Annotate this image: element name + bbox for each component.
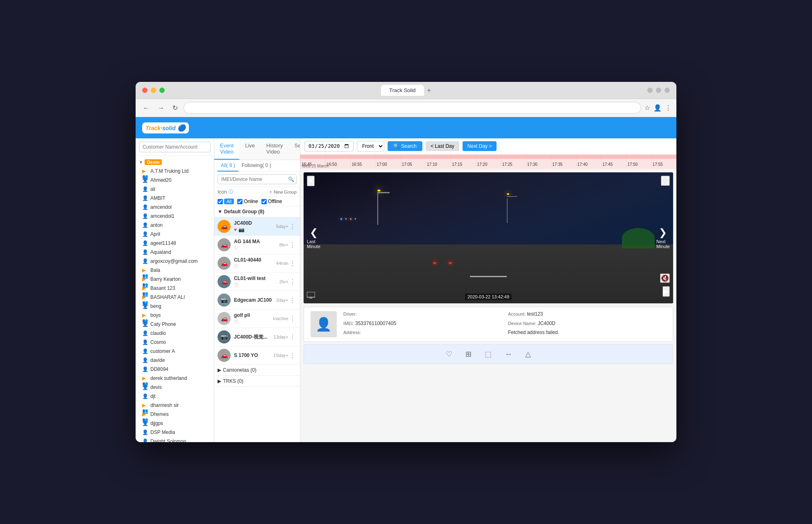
- account-name: DSP Media: [150, 429, 175, 435]
- account-item-argox[interactable]: 👤 argoxcoy@gmail.com: [136, 257, 214, 266]
- account-item-dhemes[interactable]: ▶ 👥 Dhemes: [136, 410, 214, 419]
- device-more-jc400d[interactable]: ⋮: [288, 222, 297, 231]
- account-item-barry[interactable]: ▶ 👥 Barry Kearton: [136, 275, 214, 284]
- next-day-button[interactable]: Next Day >: [463, 141, 497, 151]
- all-checkbox[interactable]: [218, 199, 223, 204]
- close-button[interactable]: [142, 88, 147, 93]
- account-item-boys[interactable]: ▶ 👥 boys: [136, 311, 214, 320]
- video-next-button[interactable]: ❯ NextMinute: [656, 227, 670, 249]
- account-item-cosmo[interactable]: 👤 Cosmo: [136, 338, 214, 347]
- device-item-cl01willtest[interactable]: 🚗 CL01-will test ♡ 2hr+ ⋮: [214, 273, 300, 291]
- account-item-anton[interactable]: 👤 anton: [136, 221, 214, 230]
- device-more-s1700yo[interactable]: ⋮: [288, 351, 297, 360]
- device-item-jc400d[interactable]: 🚗 JC400D ♥ 📷 5day+ ⋮: [214, 217, 300, 236]
- online-checkbox[interactable]: [237, 199, 243, 204]
- account-item-beng[interactable]: 👤 beng: [136, 302, 214, 311]
- account-item-customera[interactable]: 👤 customer A: [136, 347, 214, 356]
- play-button[interactable]: ▶: [662, 286, 670, 297]
- account-item-basant[interactable]: ▶ 👥 Basant 123: [136, 284, 214, 293]
- tab-event-video[interactable]: Event Video: [214, 138, 239, 160]
- menu-button[interactable]: ⋮: [665, 104, 671, 112]
- account-item-bala[interactable]: ▶ 👥 Bala: [136, 266, 214, 275]
- account-item-aqualand[interactable]: 👤 Aqualand: [136, 248, 214, 257]
- demo-group-header[interactable]: ▼ Demo: [136, 158, 214, 167]
- device-search-input[interactable]: [218, 174, 297, 184]
- account-item-davide[interactable]: 👤 davide: [136, 356, 214, 365]
- device-item-s1700yo[interactable]: 🚗 S 1700 YO 15day+ ⋮: [214, 346, 300, 365]
- device-group-default[interactable]: ▼ Default Group (8): [214, 206, 300, 217]
- device-more-cl01willtest[interactable]: ⋮: [288, 277, 297, 287]
- timeline-ruler[interactable]: 16:45 16:50 16:55 17:00 17:05 17:10 17:1…: [300, 154, 676, 169]
- account-item-aqeel[interactable]: 👤 ageel11148: [136, 239, 214, 248]
- tab-history-video[interactable]: History Video: [261, 138, 288, 160]
- profile-button[interactable]: 👤: [653, 104, 662, 112]
- device-more-golfpli[interactable]: ⋮: [288, 314, 297, 323]
- person-icon: 👤: [142, 420, 148, 426]
- device-item-jc400d-visual[interactable]: 📷 JC400D-视觉... 13day+ ⋮: [214, 328, 300, 346]
- star-button[interactable]: ☆: [644, 104, 650, 112]
- tab-live[interactable]: Live: [239, 138, 261, 160]
- maximize-button[interactable]: [159, 88, 165, 93]
- back-button[interactable]: ←: [141, 103, 152, 113]
- sub-group-camionetas[interactable]: ▶ Camionetas (0): [214, 365, 300, 376]
- tab-settings[interactable]: Settings: [289, 138, 300, 160]
- account-item-dd8094[interactable]: 👤 DD8094: [136, 365, 214, 374]
- device-item-golfpli[interactable]: 🚗 golf pli ♡ Inactive ⋮: [214, 309, 300, 328]
- offline-checkbox[interactable]: [261, 199, 267, 204]
- last-day-button[interactable]: < Last Day: [426, 141, 459, 151]
- account-item-caty[interactable]: 👤 Caty Phone: [136, 320, 214, 329]
- device-more-edgecam[interactable]: ⋮: [288, 296, 297, 305]
- video-prev-button[interactable]: ❮ LastMinute: [307, 227, 320, 249]
- account-item-ambit[interactable]: 👤 AMBIT: [136, 194, 214, 203]
- account-name: ali: [150, 186, 155, 192]
- device-item-edgecam[interactable]: 📷 Edgecam JC100 2day+ ⋮: [214, 291, 300, 309]
- account-item-amcendol1[interactable]: 👤 amcendol1: [136, 212, 214, 221]
- sub-group-trks[interactable]: ▶ TRKS (0): [214, 376, 300, 387]
- account-item-ali[interactable]: 👤 ali: [136, 185, 214, 194]
- account-item-dwight[interactable]: 👤 Dwight Solomon: [136, 437, 214, 442]
- check-all[interactable]: All: [218, 199, 234, 204]
- device-name-golfpli: golf pli: [234, 312, 273, 318]
- account-item-derek[interactable]: ▶ 👥 derek sutherland: [136, 374, 214, 383]
- minimize-button[interactable]: [151, 88, 156, 93]
- device-item-ag144ma[interactable]: 🚗 AG 144 MA ♡ 8hr+ ⋮: [214, 236, 300, 254]
- new-group-button[interactable]: ＋ New Group: [268, 189, 297, 195]
- account-item-amcendol[interactable]: 👤 amcendol: [136, 203, 214, 212]
- device-info-edgecam: Edgecam JC100: [234, 297, 276, 303]
- device-more-ag144ma[interactable]: ⋮: [288, 240, 297, 250]
- action-grid-button[interactable]: ⊞: [464, 348, 473, 360]
- new-tab-button[interactable]: +: [427, 87, 431, 94]
- action-heart-button[interactable]: ♡: [444, 348, 454, 360]
- account-item-djjgps[interactable]: 👤 djjgps: [136, 419, 214, 428]
- check-offline[interactable]: Offline: [261, 199, 282, 204]
- action-alert-button[interactable]: △: [524, 348, 533, 360]
- speaker-button[interactable]: 🔇: [660, 273, 670, 283]
- device-more-jc400d-visual[interactable]: ⋮: [288, 332, 297, 342]
- account-item-dharmesh[interactable]: ▶ 👥 dharmesh sir: [136, 401, 214, 410]
- account-item-ahmed20[interactable]: 👤 Ahmed20: [136, 176, 214, 185]
- device-more-cl0140440[interactable]: ⋮: [288, 259, 297, 268]
- account-item-basharat[interactable]: ▶ 👥 BASHARAT ALI: [136, 293, 214, 302]
- check-online[interactable]: Online: [237, 199, 258, 204]
- action-transfer-button[interactable]: ↔: [503, 348, 514, 360]
- video-fullscreen-button[interactable]: ⛶: [661, 176, 670, 186]
- video-close-button[interactable]: ✕: [307, 176, 315, 186]
- filter-all-tab[interactable]: All( 8 ): [218, 160, 238, 172]
- account-item-djt[interactable]: 👤 djt: [136, 392, 214, 401]
- reload-button[interactable]: ↻: [170, 102, 180, 113]
- account-item-claudio[interactable]: 👤 claudio: [136, 329, 214, 338]
- account-item-atm[interactable]: ▶ 👥 A.T.M Truking Ltd: [136, 167, 214, 176]
- account-item-devis[interactable]: 👤 devis: [136, 383, 214, 392]
- forward-button[interactable]: →: [155, 103, 167, 113]
- account-item-april[interactable]: 👤 April: [136, 230, 214, 239]
- address-bar[interactable]: [184, 102, 641, 114]
- browser-tab[interactable]: Track Solid: [381, 85, 424, 96]
- camera-select[interactable]: Front Rear: [357, 141, 384, 151]
- account-search-input[interactable]: [139, 142, 211, 152]
- filter-following-tab[interactable]: Following( 0 ): [238, 160, 274, 172]
- account-item-dsp[interactable]: 👤 DSP Media: [136, 428, 214, 437]
- action-copy-button[interactable]: ⬚: [483, 348, 493, 360]
- search-button[interactable]: 🔍 Search: [388, 141, 422, 151]
- date-picker[interactable]: [304, 141, 354, 151]
- device-item-cl0140440[interactable]: 🚗 CL01-40440 ♡ 44min ⋮: [214, 254, 300, 273]
